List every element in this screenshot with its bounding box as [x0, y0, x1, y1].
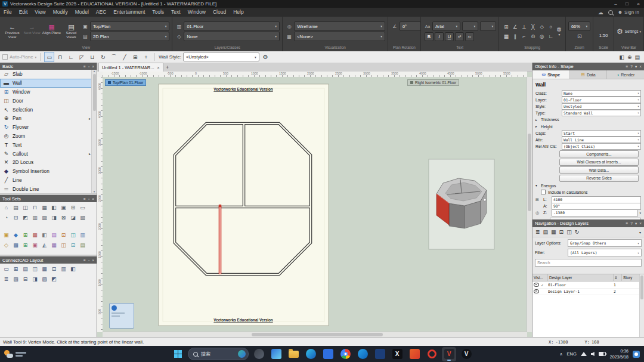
minimize-button[interactable]: – [610, 0, 621, 8]
connectcad-icon[interactable]: ▧ [12, 275, 20, 283]
palette-dock-icon[interactable]: ▫ [88, 197, 89, 201]
navigation-mode-icon[interactable]: ⊡ [559, 229, 564, 235]
menu-modify[interactable]: Modify [49, 9, 72, 15]
palette-close-icon[interactable]: × [92, 64, 94, 69]
snap-mode-icon[interactable]: ∠ [510, 22, 519, 32]
toolset-icon[interactable]: ◭ [41, 241, 48, 249]
connectcad-icon[interactable]: ◨ [31, 275, 39, 283]
horizontal-scrollbar[interactable] [103, 332, 527, 337]
bold-button[interactable]: B [425, 32, 434, 41]
toolset-icon[interactable]: ◫ [69, 231, 77, 239]
active-layer-dropdown[interactable]: 01-Floor▾ [184, 21, 280, 31]
column-header-visi[interactable]: Visi... [532, 274, 548, 281]
render-mode-dropdown[interactable]: Wireframe▾ [294, 21, 385, 31]
toolset-icon[interactable]: ◩ [21, 214, 29, 221]
wall-mode-icon[interactable]: ◸ [76, 52, 86, 62]
taskbar-app-icon[interactable]: X [390, 347, 404, 361]
tool-slab[interactable]: ▱Slab [0, 70, 92, 79]
tool-zoom[interactable]: ◎Zoom [0, 132, 92, 141]
zoom-page-icon[interactable]: ⊡ [577, 33, 582, 39]
menu-window[interactable]: Window [184, 9, 209, 15]
toolset-icon[interactable]: ▦ [41, 203, 48, 211]
toolset-icon[interactable]: ▩ [12, 241, 20, 249]
snap-mode-icon[interactable]: ◇ [537, 22, 546, 32]
toolset-icon[interactable]: ◪ [69, 214, 77, 221]
menu-file[interactable]: File [0, 9, 16, 15]
height-section[interactable]: ▸Height [535, 123, 641, 130]
layer-options-dropdown[interactable]: Gray/Snap Others▾ [568, 239, 642, 247]
thickness-section[interactable]: ▸Thickness [535, 117, 641, 123]
plan-rotation-field[interactable]: 0° [400, 21, 421, 31]
toolset-icon[interactable]: ▧ [79, 214, 86, 221]
wall-mode-icon[interactable]: ⊔ [87, 52, 97, 62]
toolset-icon[interactable]: ◫ [21, 203, 29, 211]
navigation-mode-icon[interactable]: ◫ [566, 229, 572, 235]
toolset-icon[interactable]: ▦ [31, 231, 39, 239]
menu-entertainment[interactable]: Entertainment [110, 9, 148, 15]
toolset-icon[interactable]: ▦ [50, 241, 58, 249]
tab-close-icon[interactable]: × [157, 66, 160, 70]
toolset-icon[interactable]: ▥ [31, 214, 39, 221]
snap-mode-icon[interactable]: ▦ [501, 32, 510, 41]
toolset-icon[interactable]: ⊞ [21, 241, 29, 249]
scrollbar-thumb[interactable] [528, 134, 531, 211]
taskbar-app-icon[interactable]: V [459, 347, 473, 361]
connectcad-icon[interactable]: ▭ [2, 265, 10, 273]
snap-mode-icon[interactable]: ⊙ [528, 32, 537, 41]
snap-mode-icon[interactable]: ∥ [510, 32, 519, 41]
tool-symbol-insertion[interactable]: ◆Symbol Insertion [0, 167, 92, 176]
tool-selection[interactable]: ↖Selection [0, 105, 92, 114]
length-field[interactable]: 4100 [552, 196, 641, 203]
snap-mode-icon[interactable]: ○ [546, 22, 555, 32]
snap-mode-icon[interactable]: ╳ [528, 22, 537, 32]
taskbar-app-icon[interactable] [286, 347, 301, 361]
search-icon[interactable] [608, 10, 613, 15]
panel-close-icon[interactable]: × [639, 64, 642, 69]
background-render-dropdown[interactable]: <None>▾ [294, 32, 385, 41]
close-button[interactable]: × [633, 0, 644, 8]
toolset-icon[interactable]: ⊓ [31, 203, 39, 211]
wall-mode-icon[interactable]: ⌒ [109, 52, 119, 62]
font-dropdown[interactable]: Arial▾ [432, 21, 460, 31]
next-view-button[interactable]: →Next View [22, 23, 42, 39]
chevron-down-icon[interactable]: ▾ [639, 230, 641, 234]
toolset-icon[interactable]: ◔ [2, 214, 10, 221]
navigation-mode-icon[interactable]: ▤ [543, 229, 549, 235]
battery-icon[interactable] [599, 352, 606, 356]
tool-sets-palette-header[interactable]: Tool Sets ≡ ▫ × [0, 195, 97, 202]
connectcad-icon[interactable]: ▤ [21, 265, 29, 273]
active-class-dropdown[interactable]: None▾ [184, 32, 280, 41]
wall-mode-icon[interactable]: ↻ [98, 52, 108, 62]
taskbar-app-icon[interactable] [425, 347, 439, 361]
taskbar-app-icon[interactable] [252, 347, 266, 361]
toolset-icon[interactable]: ▣ [2, 231, 10, 239]
rel-attr-dropdown[interactable]: (Object Class)▾ [562, 143, 641, 150]
column-header-design-layer[interactable]: Design Layer [548, 274, 614, 281]
volume-icon[interactable] [591, 352, 595, 356]
menu-tools[interactable]: Tools [148, 9, 168, 15]
connectcad-icon[interactable]: ▥ [60, 265, 67, 273]
viewbar-settings-button[interactable]: ⚙ Settings▾ [617, 27, 641, 36]
italic-button[interactable]: I [435, 32, 444, 41]
connectcad-icon[interactable]: ≣ [2, 275, 10, 283]
menu-help[interactable]: Help [230, 9, 247, 15]
view-reference-widget[interactable] [109, 303, 134, 329]
menu-aec[interactable]: AEC [92, 9, 110, 15]
tool-flyover[interactable]: ↻Flyover [0, 123, 92, 132]
attr-dropdown[interactable]: Wall Line▾ [562, 137, 641, 144]
taskbar-app-icon[interactable] [407, 347, 422, 361]
tool-double-line[interactable]: ═Double Line [0, 184, 92, 193]
layer-dropdown[interactable]: 01-Floor▾ [562, 97, 641, 104]
language-indicator[interactable]: ENG [567, 351, 577, 357]
palette-scrollbar[interactable]: ▲ ▼ [91, 70, 97, 193]
projection-dropdown[interactable]: 2D Plan▾ [90, 32, 169, 41]
visibility-eye-icon[interactable] [534, 289, 539, 293]
panel-menu-icon[interactable]: ≡ [626, 221, 628, 225]
scrollbar-thumb[interactable] [93, 74, 96, 111]
cloud-icon[interactable]: ☁ [598, 10, 603, 16]
menu-edit[interactable]: Edit [16, 9, 32, 15]
notification-icon[interactable] [633, 351, 640, 358]
style-dropdown[interactable]: Unstyled▾ [562, 103, 641, 110]
panel-collapse-icon[interactable]: ▾ [635, 221, 637, 226]
tab-shape[interactable]: ▭Shape [532, 70, 570, 79]
